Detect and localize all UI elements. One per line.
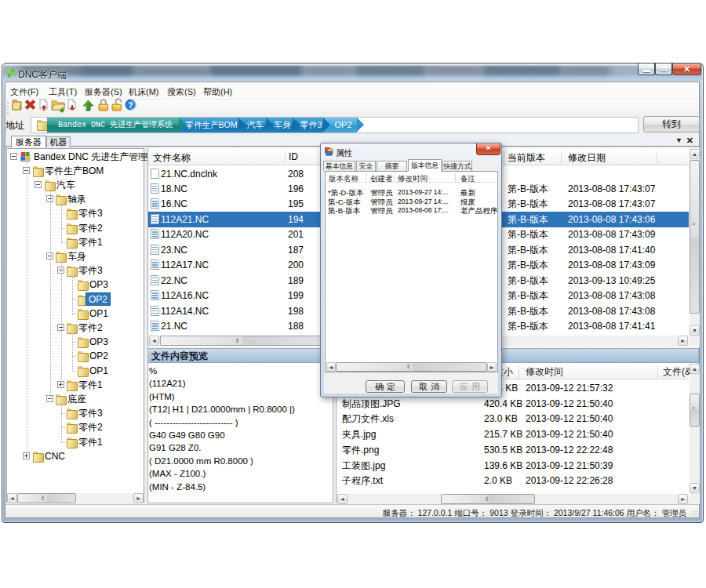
- svg-text:?: ?: [128, 101, 133, 110]
